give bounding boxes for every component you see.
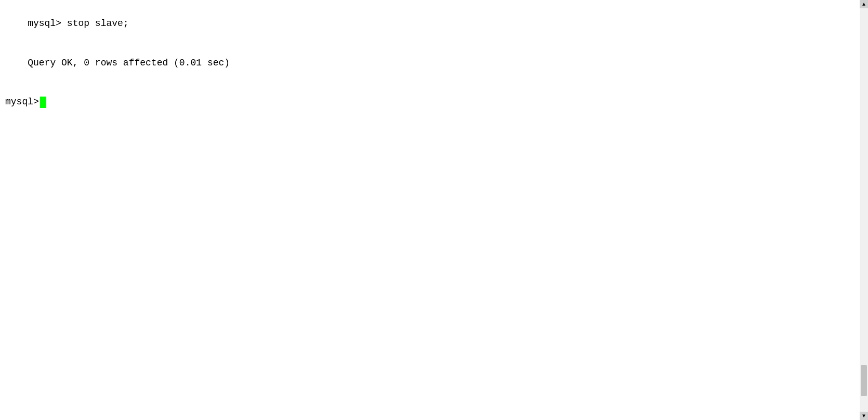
scrollbar-thumb[interactable] [861,365,867,396]
scrollbar-arrow-up[interactable]: ▲ [860,0,868,8]
command-text-1: stop slave; [67,18,129,29]
active-prompt-text: mysql> [5,96,39,109]
terminal-window[interactable]: mysql> stop slave; Query OK, 0 rows affe… [0,0,868,420]
empty-line-1 [5,83,863,96]
active-prompt-line[interactable]: mysql> [5,96,863,109]
scrollbar-arrow-down[interactable]: ▼ [860,412,868,420]
command-line-1: mysql> stop slave; [5,4,863,44]
command-prompt-1: mysql> [28,18,67,29]
output-line-1: Query OK, 0 rows affected (0.01 sec) [5,44,863,83]
scrollbar[interactable]: ▲ ▼ [860,0,868,420]
output-text-1: Query OK, 0 rows affected (0.01 sec) [28,58,230,68]
scrollbar-track[interactable] [860,8,868,412]
terminal-cursor [40,97,46,108]
